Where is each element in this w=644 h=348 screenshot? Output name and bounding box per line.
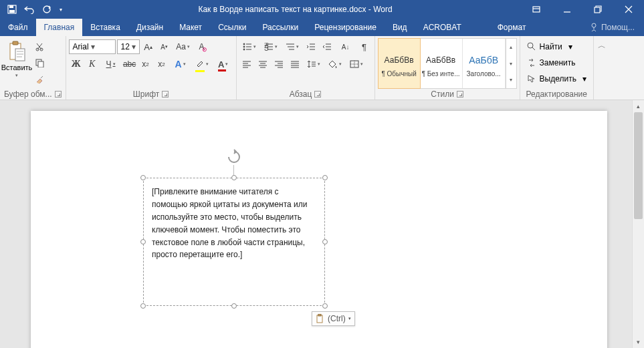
quick-access-toolbar: ▾ bbox=[0, 1, 70, 17]
shading-button[interactable]: ▾ bbox=[325, 57, 345, 71]
qat-customize-button[interactable]: ▾ bbox=[56, 1, 66, 17]
superscript-button[interactable]: x2 bbox=[154, 57, 169, 71]
resize-handle-t[interactable] bbox=[231, 175, 237, 180]
resize-handle-tl[interactable] bbox=[140, 175, 146, 180]
svg-rect-1 bbox=[9, 5, 13, 8]
resize-handle-tr[interactable] bbox=[322, 175, 328, 180]
clipboard-dialog-launcher[interactable] bbox=[55, 91, 62, 98]
find-button[interactable]: Найти▾ bbox=[523, 39, 576, 55]
text-box-content[interactable]: [Привлеките внимание читателя с помощью … bbox=[152, 187, 307, 259]
undo-button[interactable] bbox=[21, 1, 37, 17]
font-color-button[interactable]: A▾ bbox=[213, 57, 233, 71]
style-no-spacing[interactable]: АаБбВв ¶ Без инте... bbox=[420, 39, 463, 88]
underline-button[interactable]: Ч▾ bbox=[101, 57, 121, 71]
paste-icon bbox=[7, 41, 26, 62]
resize-handle-r[interactable] bbox=[322, 239, 328, 244]
group-font: Arial▾ 12▾ A▴ A▾ Aa▾ A⊘ Ж К Ч▾ abc x2 x2… bbox=[66, 36, 237, 100]
sort-button[interactable]: A↓ bbox=[336, 39, 356, 54]
paste-button[interactable]: Вставить ▾ bbox=[3, 38, 31, 78]
highlight-button[interactable]: ▾ bbox=[192, 57, 212, 71]
bullets-button[interactable]: ▾ bbox=[239, 39, 259, 54]
clipboard-label: Буфер обм... bbox=[4, 90, 52, 99]
change-case-button[interactable]: Aa▾ bbox=[173, 39, 193, 54]
document-scroll[interactable]: [Привлеките внимание читателя с помощью … bbox=[0, 100, 632, 348]
tab-insert[interactable]: Вставка bbox=[82, 19, 128, 36]
styles-gallery: АаБбВв ¶ Обычный АаБбВв ¶ Без инте... Аа… bbox=[378, 38, 517, 89]
numbering-button[interactable]: 123▾ bbox=[261, 39, 281, 54]
tab-design[interactable]: Дизайн bbox=[128, 19, 171, 36]
svg-rect-8 bbox=[13, 41, 18, 45]
styles-down[interactable]: ▾ bbox=[506, 55, 516, 72]
borders-button[interactable]: ▾ bbox=[346, 57, 366, 71]
strikethrough-button[interactable]: abc bbox=[122, 57, 137, 71]
group-styles: АаБбВв ¶ Обычный АаБбВв ¶ Без инте... Аа… bbox=[375, 36, 520, 100]
font-size-combo[interactable]: 12▾ bbox=[117, 39, 140, 54]
format-painter-button[interactable] bbox=[32, 71, 47, 86]
grow-font-button[interactable]: A▴ bbox=[141, 39, 156, 54]
paragraph-dialog-launcher[interactable] bbox=[314, 91, 321, 98]
line-spacing-button[interactable]: ▾ bbox=[304, 57, 324, 71]
resize-handle-bl[interactable] bbox=[140, 303, 146, 309]
replace-button[interactable]: Заменить bbox=[523, 55, 580, 71]
resize-handle-br[interactable] bbox=[322, 303, 328, 309]
tab-mailings[interactable]: Рассылки bbox=[254, 19, 306, 36]
style-normal[interactable]: АаБбВв ¶ Обычный bbox=[378, 38, 421, 89]
styles-up[interactable]: ▴ bbox=[506, 39, 516, 55]
svg-rect-22 bbox=[317, 315, 322, 323]
resize-handle-l[interactable] bbox=[140, 239, 146, 244]
subscript-button[interactable]: x2 bbox=[138, 57, 153, 71]
align-center-button[interactable] bbox=[255, 57, 270, 71]
redo-button[interactable] bbox=[39, 1, 55, 17]
scroll-thumb[interactable] bbox=[634, 112, 643, 219]
rotate-handle[interactable] bbox=[226, 149, 242, 165]
align-left-button[interactable] bbox=[239, 57, 254, 71]
bold-button[interactable]: Ж bbox=[69, 57, 84, 71]
tab-home[interactable]: Главная bbox=[36, 19, 83, 36]
style-heading1[interactable]: АаБбВ Заголово... bbox=[463, 39, 506, 88]
font-name-combo[interactable]: Arial▾ bbox=[69, 39, 116, 54]
justify-button[interactable] bbox=[288, 57, 302, 71]
tab-view[interactable]: Вид bbox=[385, 19, 415, 36]
maximize-button[interactable] bbox=[582, 0, 613, 19]
font-name-value: Arial bbox=[73, 42, 89, 51]
save-button[interactable] bbox=[4, 1, 20, 17]
show-marks-button[interactable]: ¶ bbox=[357, 39, 372, 54]
multilevel-button[interactable]: ▾ bbox=[282, 39, 302, 54]
page[interactable]: [Привлеките внимание читателя с помощью … bbox=[31, 111, 607, 348]
clear-formatting-button[interactable]: A⊘ bbox=[195, 39, 209, 54]
shrink-font-button[interactable]: A▾ bbox=[157, 39, 172, 54]
tell-me[interactable]: Помощ... bbox=[580, 19, 644, 36]
select-button[interactable]: Выделить▾ bbox=[523, 71, 591, 87]
resize-handle-b[interactable] bbox=[231, 303, 237, 309]
font-size-value: 12 bbox=[121, 42, 130, 51]
tab-review[interactable]: Рецензирование bbox=[306, 19, 385, 36]
ribbon-tabs: Файл Главная Вставка Дизайн Макет Ссылки… bbox=[0, 19, 644, 36]
svg-point-16 bbox=[243, 49, 245, 50]
align-right-button[interactable] bbox=[272, 57, 286, 71]
tab-file[interactable]: Файл bbox=[0, 19, 36, 36]
paste-options-button[interactable]: (Ctrl) ▾ bbox=[312, 311, 355, 326]
copy-button[interactable] bbox=[32, 55, 47, 70]
close-button[interactable] bbox=[613, 0, 644, 19]
svg-rect-13 bbox=[38, 61, 43, 67]
svg-point-6 bbox=[592, 23, 596, 27]
text-effects-button[interactable]: A▾ bbox=[171, 57, 191, 71]
ribbon-display-button[interactable] bbox=[521, 5, 552, 14]
tab-references[interactable]: Ссылки bbox=[210, 19, 254, 36]
tab-acrobat[interactable]: ACROBAT bbox=[415, 19, 469, 36]
scroll-up-button[interactable]: ▴ bbox=[633, 100, 644, 112]
font-dialog-launcher[interactable] bbox=[162, 91, 169, 98]
minimize-button[interactable] bbox=[552, 0, 582, 19]
styles-dialog-launcher[interactable] bbox=[457, 91, 463, 98]
decrease-indent-button[interactable] bbox=[304, 39, 318, 54]
italic-button[interactable]: К bbox=[85, 57, 100, 71]
collapse-ribbon-button[interactable]: ︿ bbox=[594, 36, 610, 100]
text-box[interactable]: [Привлеките внимание читателя с помощью … bbox=[143, 178, 325, 306]
scroll-down-button[interactable]: ▾ bbox=[633, 336, 644, 348]
tab-format[interactable]: Формат bbox=[490, 19, 534, 36]
vertical-scrollbar[interactable]: ▴ ▾ bbox=[632, 100, 644, 348]
styles-more[interactable]: ▾ bbox=[506, 71, 516, 88]
cut-button[interactable] bbox=[32, 39, 47, 54]
increase-indent-button[interactable] bbox=[320, 39, 334, 54]
tab-layout[interactable]: Макет bbox=[171, 19, 210, 36]
